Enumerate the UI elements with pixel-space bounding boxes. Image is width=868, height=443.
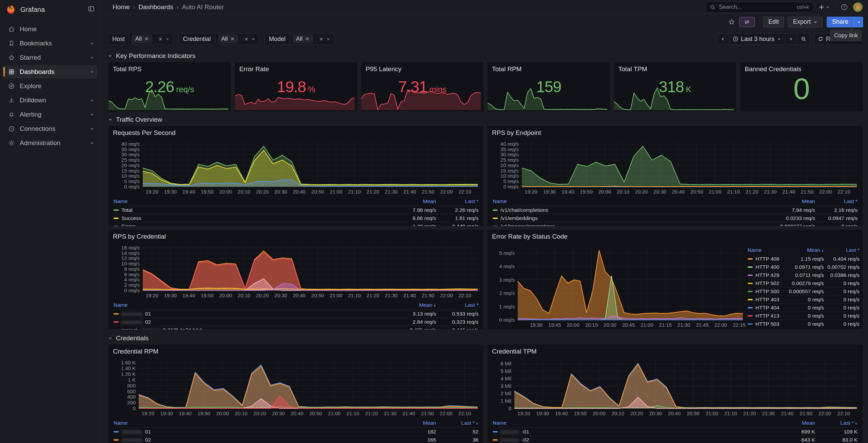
sidebar-item-administration[interactable]: Administration — [3, 136, 97, 150]
sidebar-item-alerting[interactable]: Alerting — [3, 108, 97, 121]
clear-icon[interactable] — [319, 37, 323, 41]
legend-col-last[interactable]: Last * — [815, 198, 857, 204]
sidebar-item-drilldown[interactable]: Drilldown — [3, 94, 97, 107]
legend-row[interactable]: Total7.98 req/s2.26 req/s — [114, 206, 478, 214]
legend-header[interactable]: NameMeanLast * — [114, 197, 478, 206]
legend-col-last[interactable]: Last * — [824, 247, 860, 253]
legend-row[interactable]: xxxxxxxx022.84 req/s0.323 req/s — [114, 318, 478, 326]
panel-title[interactable]: Total RPM — [487, 62, 610, 74]
legend-row[interactable]: HTTP 4040 req/s0 req/s — [748, 303, 860, 311]
legend-series-name[interactable]: HTTP 404 — [748, 305, 783, 311]
panel-title[interactable]: Credential RPM — [108, 344, 484, 357]
legend-series-name[interactable]: HTTP 400 — [748, 264, 783, 270]
legend-series-name[interactable]: xxxxxxxx02 — [114, 319, 385, 325]
chevron-down-icon[interactable] — [251, 37, 255, 41]
user-avatar[interactable] — [853, 2, 863, 12]
panel-title[interactable]: Credential TPM — [487, 344, 863, 357]
filter-clear[interactable] — [155, 37, 173, 41]
filter-label[interactable]: Host — [108, 34, 129, 44]
sidebar-item-starred[interactable]: Starred — [3, 51, 97, 64]
legend-row[interactable]: /v1/embeddings0.0233 req/s0.0947 req/s — [493, 214, 857, 222]
sidebar-item-explore[interactable]: Explore — [3, 79, 97, 93]
filter-value-chip[interactable]: All✕ — [293, 35, 313, 43]
remove-value-icon[interactable]: ✕ — [230, 36, 235, 42]
legend-col-name[interactable]: Name — [493, 420, 764, 426]
help-button[interactable]: ? — [839, 4, 850, 11]
legend-series-name[interactable]: xxxxxxxx01 — [114, 429, 385, 435]
legend-col-name[interactable]: Name — [493, 198, 764, 204]
legend-series-name[interactable]: HTTP 403 — [748, 297, 783, 303]
legend-series-name[interactable]: Errors — [114, 223, 385, 227]
public-dashboard-button[interactable] — [739, 17, 755, 27]
share-button[interactable]: Share — [827, 17, 863, 27]
chevron-down-icon[interactable] — [165, 37, 170, 41]
legend-row[interactable]: HTTP 5000.000557 req/s0 req/s — [748, 287, 860, 295]
legend-series-name[interactable]: project-xxxxxxx3-313f-4e74-b1d — [114, 327, 385, 330]
legend-row[interactable]: /v1/images/generations0.000277 req/s0 re… — [493, 222, 857, 226]
legend-series-name[interactable]: /v1/chat/completions — [493, 207, 764, 213]
remove-value-icon[interactable]: ✕ — [305, 36, 310, 42]
legend-col-mean[interactable]: Mean∨ — [783, 247, 824, 253]
legend-col-mean[interactable]: Mean — [385, 420, 436, 426]
legend-col-name[interactable]: Name — [114, 302, 385, 308]
legend-row[interactable]: HTTP 4030 req/s0 req/s — [748, 295, 860, 303]
legend-row[interactable]: HTTP 4130 req/s0 req/s — [748, 311, 860, 320]
legend-col-last[interactable]: Last * — [436, 302, 478, 308]
legend-series-name[interactable]: /v1/embeddings — [493, 215, 764, 221]
legend-row[interactable]: xxxxxxxx0216536 — [114, 436, 478, 443]
legend-col-last[interactable]: Last * — [436, 198, 478, 204]
section-traffic[interactable]: Traffic Overview — [108, 114, 863, 125]
share-menu-button[interactable] — [854, 17, 863, 27]
time-back-button[interactable] — [717, 34, 729, 44]
legend-series-name[interactable]: Success — [114, 215, 385, 221]
legend-row[interactable]: HTTP 4081.15 req/s0.404 req/s — [748, 255, 860, 263]
legend-row[interactable]: Success6.66 req/s1.81 req/s — [114, 214, 478, 222]
filter-label[interactable]: Credential — [179, 34, 215, 44]
star-dashboard-button[interactable] — [728, 19, 735, 25]
legend-series-name[interactable]: HTTP 503 — [748, 321, 783, 327]
legend-series-name[interactable]: HTTP 500 — [748, 288, 783, 295]
panel-title[interactable]: Error Rate by Status Code — [487, 229, 863, 242]
sidebar-item-bookmarks[interactable]: Bookmarks — [3, 37, 97, 50]
time-range-picker[interactable]: Last 3 hours — [729, 34, 785, 44]
sidebar-toggle-icon[interactable] — [88, 5, 95, 14]
legend-col-name[interactable]: Name — [748, 247, 783, 253]
legend-series-name[interactable]: HTTP 502 — [748, 280, 783, 286]
panel-title[interactable]: RPS by Endpoint — [487, 126, 863, 138]
legend-col-last[interactable]: Last *∨ — [815, 420, 857, 426]
legend-series-name[interactable]: HTTP 429 — [748, 272, 783, 278]
legend-series-name[interactable]: HTTP 408 — [748, 256, 783, 262]
remove-value-icon[interactable]: ✕ — [144, 36, 149, 42]
legend-col-mean[interactable]: Mean — [385, 198, 436, 204]
legend-row[interactable]: HTTP 5020.00279 req/s0 req/s — [748, 279, 860, 287]
legend-row[interactable]: xxxxxxxx013.13 req/s0.533 req/s — [114, 309, 478, 318]
legend-col-last[interactable]: Last *∨ — [436, 420, 478, 426]
legend-col-mean[interactable]: Mean — [764, 420, 815, 426]
section-credentials[interactable]: Credentials — [108, 333, 863, 344]
legend-header[interactable]: NameMean∨Last * — [748, 246, 860, 255]
time-forward-button[interactable] — [785, 34, 797, 44]
panel-title[interactable]: P95 Latency — [361, 62, 484, 74]
legend-header[interactable]: NameMeanLast *∨ — [114, 419, 478, 427]
new-button[interactable] — [817, 4, 832, 10]
sidebar-item-dashboards[interactable]: Dashboards — [3, 65, 97, 79]
breadcrumb-item[interactable]: Dashboards — [138, 3, 173, 11]
legend-row[interactable]: xxxxxxxx0118252 — [114, 427, 478, 436]
legend-row[interactable]: HTTP 5030 req/s0 req/s — [748, 320, 860, 328]
edit-button[interactable]: Edit — [763, 17, 784, 27]
panel-title[interactable]: Total RPS — [108, 62, 231, 74]
search-input[interactable]: Search... ctrl+k — [706, 2, 813, 13]
legend-series-name[interactable]: xxxxxxx-01 — [493, 429, 764, 435]
legend-header[interactable]: NameMeanLast *∨ — [493, 419, 857, 427]
section-kpi[interactable]: Key Performance Indicators — [108, 50, 863, 62]
legend-series-name[interactable]: xxxxxxxx02 — [114, 437, 385, 443]
legend-row[interactable]: Errors1.32 req/s0.449 req/s — [114, 222, 478, 226]
panel-title[interactable]: Error Rate — [235, 62, 358, 74]
panel-title[interactable]: Total TPM — [614, 62, 737, 74]
panel-title[interactable]: Requests Per Second — [108, 126, 484, 138]
legend-row[interactable]: HTTP 4000.0971 req/s0.00702 req/s — [748, 263, 860, 271]
sidebar-item-connections[interactable]: Connections — [3, 122, 97, 136]
sidebar-item-home[interactable]: Home — [3, 22, 97, 36]
legend-header[interactable]: NameMeanLast * — [493, 197, 857, 206]
legend-series-name[interactable]: Total — [114, 207, 385, 213]
